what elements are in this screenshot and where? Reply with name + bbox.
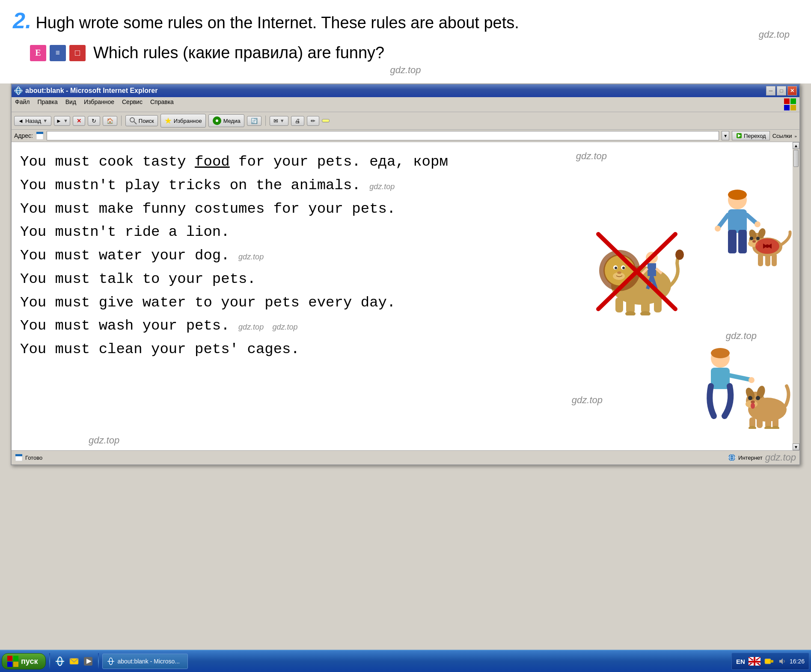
watermark-1: gdz.top	[759, 29, 790, 40]
address-bar: Адрес: ▼ Переход Ссылки »	[12, 130, 799, 142]
svg-point-47	[755, 221, 760, 227]
scroll-down-button[interactable]: ▼	[793, 443, 799, 450]
search-button[interactable]: Поиск	[125, 115, 158, 126]
quick-media-svg-icon	[83, 656, 93, 666]
taskbar-ie-icon	[107, 657, 115, 665]
taskbar-window-button[interactable]: about:blank - Microso...	[102, 654, 188, 669]
svg-line-44	[718, 215, 728, 228]
links-label: Ссылки	[772, 133, 792, 139]
quick-launch	[53, 655, 95, 668]
media-button[interactable]: Медиа	[208, 114, 244, 127]
svg-rect-87	[15, 454, 22, 456]
svg-point-78	[751, 403, 755, 409]
watermark-rule2: gdz.top	[369, 182, 395, 191]
system-clock: 16:26	[790, 658, 805, 665]
icon-blue: ≡	[50, 45, 66, 61]
mail-button[interactable]: ✉ ▼	[270, 116, 288, 126]
menu-favorites[interactable]: Избранное	[84, 98, 114, 110]
scroll-up-button[interactable]: ▲	[793, 142, 799, 149]
volume-icon	[778, 657, 786, 666]
go-label: Переход	[744, 133, 766, 139]
watermark-rule8b: gdz.top	[273, 323, 298, 331]
window-controls[interactable]: ─ □ ✕	[766, 86, 797, 95]
status-page-icon	[15, 454, 23, 461]
address-dropdown-button[interactable]: ▼	[722, 131, 729, 140]
refresh-button-2[interactable]: 🔄	[247, 116, 261, 126]
scroll-thumb[interactable]	[793, 150, 799, 167]
note-button[interactable]	[322, 119, 330, 122]
back-button[interactable]: ◄ Назад ▼	[14, 116, 51, 126]
exercise-area: 2. Hugh wrote some rules on the Internet…	[0, 0, 811, 83]
rule-8: You must wash your pets. gdz.top gdz.top	[20, 315, 787, 337]
forward-button[interactable]: ► ▼	[54, 116, 70, 126]
back-label: Назад	[25, 118, 41, 124]
exercise-number: 2.	[13, 8, 31, 33]
maximize-button[interactable]: □	[777, 86, 786, 95]
stop-icon: ✕	[77, 118, 81, 124]
svg-point-24	[622, 267, 625, 269]
windows-logo-icon	[7, 656, 18, 667]
icon-pink: E	[30, 45, 46, 61]
quick-ie-icon	[55, 656, 65, 666]
stop-button[interactable]: ✕	[73, 116, 85, 126]
menu-help[interactable]: Справка	[150, 98, 174, 110]
toolbar-separator-1	[121, 116, 122, 126]
menu-tools[interactable]: Сервис	[122, 98, 143, 110]
print-button[interactable]: 🖨	[291, 116, 304, 126]
food-link[interactable]: food	[195, 154, 230, 170]
status-text: Готово	[25, 455, 42, 461]
menu-bar: Файл Правка Вид Избранное Сервис Справка	[12, 97, 799, 112]
watermark-content-right2: gdz.top	[726, 330, 757, 341]
start-label: пуск	[21, 657, 38, 666]
quick-media-icon[interactable]	[82, 655, 95, 668]
watermark-content-1: gdz.top	[576, 151, 607, 161]
start-button[interactable]: пуск	[2, 653, 46, 669]
svg-point-75	[748, 396, 752, 400]
menu-file[interactable]: Файл	[15, 98, 30, 110]
menu-edit[interactable]: Правка	[37, 98, 57, 110]
favorites-button[interactable]: ★ Избранное	[160, 114, 206, 128]
svg-rect-59	[765, 253, 770, 266]
subtitle-text: Which rules (какие правила) are funny?	[93, 44, 384, 62]
svg-rect-95	[13, 662, 18, 667]
minimize-button[interactable]: ─	[766, 86, 775, 95]
go-button[interactable]: Переход	[732, 131, 770, 140]
svg-point-64	[766, 244, 769, 248]
exercise-text: Hugh wrote some rules on the Internet. T…	[36, 12, 519, 33]
quick-browser-icon[interactable]	[53, 655, 66, 668]
translation-1: еда, корм	[369, 154, 448, 170]
menu-view[interactable]: Вид	[65, 98, 76, 110]
refresh-icon-2: 🔄	[251, 118, 258, 124]
windows-flag-icon	[784, 98, 796, 110]
address-label: Адрес:	[14, 132, 33, 139]
svg-point-56	[756, 237, 760, 240]
scrollbar-right[interactable]: ▲ ▼	[793, 142, 799, 450]
uk-flag-icon	[749, 657, 760, 666]
taskbar-tray: EN 16:26	[731, 653, 809, 670]
svg-point-57	[752, 240, 756, 243]
close-button[interactable]: ✕	[787, 86, 797, 95]
svg-rect-29	[654, 297, 662, 312]
search-icon	[129, 117, 137, 125]
edit-button[interactable]: ✏	[307, 116, 319, 126]
icon-red: □	[69, 45, 86, 61]
media-label: Медиа	[223, 118, 241, 124]
back-arrow-icon: ◄	[18, 118, 24, 124]
favorites-star-icon: ★	[164, 116, 172, 126]
ie-icon	[14, 86, 23, 95]
address-input[interactable]	[47, 131, 719, 140]
search-label: Поиск	[139, 118, 154, 124]
home-button[interactable]: 🏠	[103, 116, 117, 126]
svg-rect-13	[36, 132, 43, 134]
refresh-button[interactable]: ↻	[88, 116, 100, 126]
quick-email-icon[interactable]	[68, 655, 80, 668]
language-indicator: EN	[736, 658, 745, 665]
svg-rect-48	[728, 230, 737, 253]
svg-point-11	[216, 119, 218, 122]
svg-rect-58	[758, 253, 763, 266]
home-icon: 🏠	[107, 118, 113, 124]
quick-mail-icon	[69, 656, 79, 666]
svg-point-76	[756, 396, 760, 400]
watermark-status: gdz.top	[765, 452, 796, 463]
toolbar-separator-2	[265, 116, 266, 126]
